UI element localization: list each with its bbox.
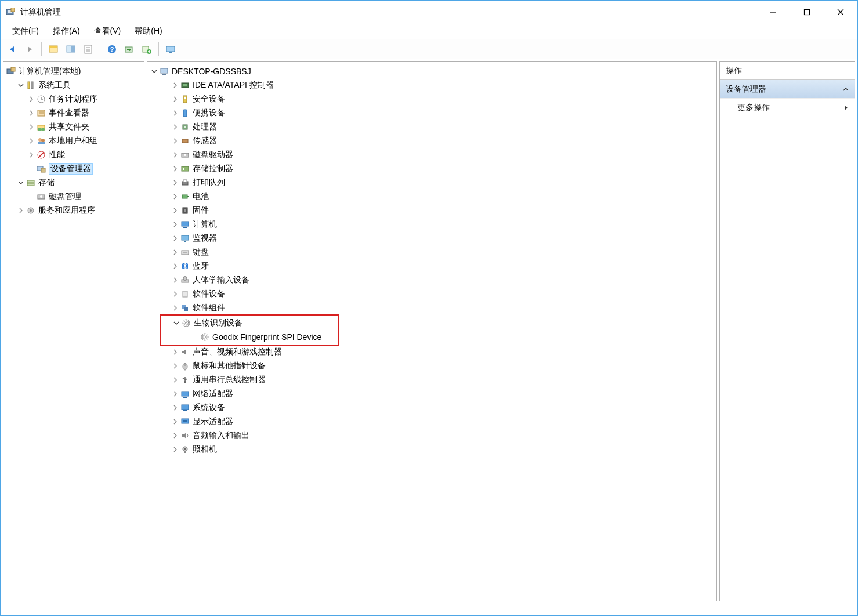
chevron-right-icon[interactable] bbox=[171, 361, 180, 371]
category-mice-pointing[interactable]: 鼠标和其他指针设备 bbox=[149, 359, 715, 373]
chevron-right-icon[interactable] bbox=[171, 95, 180, 104]
category-portable-devices[interactable]: 便携设备 bbox=[149, 106, 715, 120]
category-system-devices[interactable]: 系统设备 bbox=[149, 401, 715, 415]
category-monitors[interactable]: 监视器 bbox=[149, 231, 715, 245]
chevron-right-icon[interactable] bbox=[171, 417, 180, 426]
properties-button[interactable] bbox=[80, 41, 96, 57]
chevron-right-icon[interactable] bbox=[171, 206, 180, 215]
menu-view[interactable]: 查看(V) bbox=[88, 25, 127, 38]
show-hide-console-tree-button[interactable] bbox=[45, 41, 61, 57]
chevron-right-icon[interactable] bbox=[171, 178, 180, 187]
window-title: 计算机管理 bbox=[20, 7, 756, 17]
category-hid[interactable]: 人体学输入设备 bbox=[149, 273, 715, 287]
device-root[interactable]: DESKTOP-GDSSBSJ bbox=[149, 64, 715, 78]
add-legacy-hardware-button[interactable] bbox=[139, 41, 155, 57]
chevron-right-icon[interactable] bbox=[171, 347, 180, 357]
close-button[interactable] bbox=[824, 1, 857, 23]
tree-services-apps[interactable]: 服务和应用程序 bbox=[5, 204, 143, 218]
category-biometric-devices[interactable]: 生物识别设备 bbox=[161, 316, 338, 330]
back-button[interactable] bbox=[4, 41, 20, 57]
toolbar-separator bbox=[41, 42, 42, 56]
tree-performance[interactable]: 性能 bbox=[5, 148, 143, 162]
tree-storage[interactable]: 存储 bbox=[5, 176, 143, 190]
chevron-right-icon[interactable] bbox=[171, 289, 180, 299]
chevron-down-icon[interactable] bbox=[172, 318, 181, 328]
category-processors[interactable]: 处理器 bbox=[149, 120, 715, 134]
actions-more-actions[interactable]: 更多操作 bbox=[720, 99, 855, 117]
chevron-right-icon[interactable] bbox=[171, 375, 180, 385]
chevron-right-icon[interactable] bbox=[171, 81, 180, 90]
monitor-icon bbox=[180, 233, 190, 244]
chevron-right-icon[interactable] bbox=[171, 276, 180, 285]
category-sound-video-game[interactable]: 声音、视频和游戏控制器 bbox=[149, 345, 715, 359]
chevron-right-icon[interactable] bbox=[171, 150, 180, 160]
chevron-right-icon[interactable] bbox=[171, 108, 180, 118]
chevron-right-icon[interactable] bbox=[171, 122, 180, 132]
chevron-right-icon[interactable] bbox=[27, 108, 36, 118]
label: 蓝牙 bbox=[193, 261, 209, 271]
chevron-right-icon[interactable] bbox=[171, 220, 180, 229]
tree-disk-management[interactable]: 磁盘管理 bbox=[5, 190, 143, 204]
help-button[interactable]: ? bbox=[104, 41, 120, 57]
category-ide-ata[interactable]: IDE ATA/ATAPI 控制器 bbox=[149, 78, 715, 92]
category-security-devices[interactable]: 安全设备 bbox=[149, 92, 715, 106]
window-controls bbox=[756, 1, 857, 23]
tree-root[interactable]: 计算机管理(本地) bbox=[5, 64, 143, 78]
svg-rect-10 bbox=[71, 46, 75, 52]
tree-local-users-groups[interactable]: 本地用户和组 bbox=[5, 134, 143, 148]
category-software-devices[interactable]: 软件设备 bbox=[149, 287, 715, 301]
tree-event-viewer[interactable]: 事件查看器 bbox=[5, 106, 143, 120]
category-display-adapters[interactable]: 显示适配器 bbox=[149, 415, 715, 429]
chevron-right-icon[interactable] bbox=[27, 122, 36, 132]
device-goodix-fingerprint[interactable]: Goodix Fingerprint SPI Device bbox=[161, 330, 338, 344]
forward-button[interactable] bbox=[21, 41, 38, 57]
category-software-components[interactable]: 软件组件 bbox=[149, 301, 715, 315]
ide-icon bbox=[180, 80, 190, 90]
tree-system-tools[interactable]: 系统工具 bbox=[5, 78, 143, 92]
show-hide-action-pane-button[interactable] bbox=[63, 41, 79, 57]
maximize-button[interactable] bbox=[790, 1, 824, 23]
category-bluetooth[interactable]: 蓝牙 bbox=[149, 259, 715, 273]
chevron-right-icon[interactable] bbox=[27, 95, 36, 104]
svg-rect-71 bbox=[183, 227, 187, 228]
chevron-right-icon[interactable] bbox=[171, 248, 180, 257]
chevron-right-icon[interactable] bbox=[171, 164, 180, 173]
chevron-right-icon[interactable] bbox=[27, 136, 36, 146]
category-disk-drives[interactable]: 磁盘驱动器 bbox=[149, 148, 715, 162]
menu-help[interactable]: 帮助(H) bbox=[129, 25, 168, 38]
remote-computer-button[interactable] bbox=[162, 41, 179, 57]
chevron-down-icon[interactable] bbox=[150, 67, 159, 76]
category-keyboards[interactable]: 键盘 bbox=[149, 245, 715, 259]
chevron-right-icon[interactable] bbox=[27, 150, 36, 160]
chevron-down-icon[interactable] bbox=[16, 81, 26, 90]
chevron-right-icon[interactable] bbox=[171, 303, 180, 313]
tree-task-scheduler[interactable]: 任务计划程序 bbox=[5, 92, 143, 106]
actions-section-device-manager[interactable]: 设备管理器 bbox=[720, 80, 855, 99]
minimize-button[interactable] bbox=[756, 1, 790, 23]
category-computer[interactable]: 计算机 bbox=[149, 218, 715, 231]
category-usb-controllers[interactable]: 通用串行总线控制器 bbox=[149, 373, 715, 387]
chevron-right-icon[interactable] bbox=[171, 234, 180, 243]
chevron-right-icon[interactable] bbox=[16, 206, 26, 215]
category-storage-controllers[interactable]: 存储控制器 bbox=[149, 162, 715, 176]
chevron-down-icon[interactable] bbox=[16, 178, 26, 187]
chevron-right-icon[interactable] bbox=[171, 262, 180, 271]
category-firmware[interactable]: 固件 bbox=[149, 204, 715, 218]
category-cameras[interactable]: 照相机 bbox=[149, 443, 715, 456]
chevron-right-icon[interactable] bbox=[171, 389, 180, 398]
chevron-right-icon[interactable] bbox=[171, 445, 180, 454]
menu-file[interactable]: 文件(F) bbox=[6, 25, 45, 38]
tree-device-manager[interactable]: 设备管理器 bbox=[5, 162, 143, 176]
chevron-right-icon[interactable] bbox=[171, 192, 180, 201]
chevron-right-icon[interactable] bbox=[171, 403, 180, 412]
chevron-right-icon[interactable] bbox=[171, 431, 180, 440]
category-network-adapters[interactable]: 网络适配器 bbox=[149, 387, 715, 401]
category-batteries[interactable]: 电池 bbox=[149, 190, 715, 204]
tree-shared-folders[interactable]: 共享文件夹 bbox=[5, 120, 143, 134]
chevron-right-icon[interactable] bbox=[171, 136, 180, 146]
category-print-queues[interactable]: 打印队列 bbox=[149, 176, 715, 190]
scan-hardware-button[interactable] bbox=[121, 41, 137, 57]
category-audio-io[interactable]: 音频输入和输出 bbox=[149, 429, 715, 443]
menu-action[interactable]: 操作(A) bbox=[47, 25, 86, 38]
category-sensors[interactable]: 传感器 bbox=[149, 134, 715, 148]
